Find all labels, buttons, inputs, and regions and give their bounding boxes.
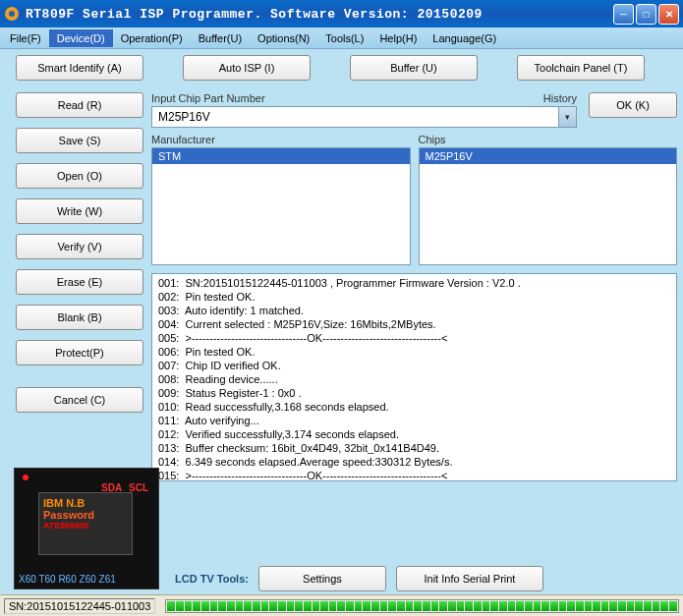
write-button[interactable]: Write (W) xyxy=(16,198,143,224)
progress-segment xyxy=(423,601,430,611)
protect-button[interactable]: Protect(P) xyxy=(16,340,143,365)
svg-point-1 xyxy=(9,11,15,17)
progress-segment xyxy=(337,601,345,611)
verify-button[interactable]: Verify (V) xyxy=(16,234,143,259)
cancel-button[interactable]: Cancel (C) xyxy=(16,387,143,413)
progress-segment xyxy=(295,601,303,611)
client-area: Smart Identify (A) Auto ISP (I) Buffer (… xyxy=(0,49,683,594)
menu-operation[interactable]: Operation(P) xyxy=(113,29,191,47)
progress-segment xyxy=(193,601,200,611)
chips-list[interactable]: M25P16V xyxy=(419,147,678,265)
window-title: RT809F Serial ISP Programmer. Software V… xyxy=(26,7,613,22)
chips-label: Chips xyxy=(419,134,678,145)
progress-segment xyxy=(439,601,447,611)
progress-segment xyxy=(227,601,235,611)
erase-button[interactable]: Erase (E) xyxy=(16,269,143,295)
progress-segment xyxy=(490,601,498,611)
toolchain-panel-button[interactable]: Toolchain Panel (T) xyxy=(517,55,645,81)
progress-segment xyxy=(320,601,328,611)
progress-segment xyxy=(567,601,575,611)
blank-button[interactable]: Blank (B) xyxy=(16,305,143,330)
ok-button[interactable]: OK (K) xyxy=(589,92,677,118)
progress-segment xyxy=(585,601,593,611)
menu-file[interactable]: File(F) xyxy=(2,29,49,47)
chip-part-combo[interactable]: ▾ xyxy=(151,106,577,128)
menu-options[interactable]: Options(N) xyxy=(250,29,317,47)
progress-segment xyxy=(244,601,252,611)
list-item[interactable]: STM xyxy=(152,148,410,164)
status-sn: SN:20151015122445-011003 xyxy=(4,598,155,614)
progress-segment xyxy=(278,601,286,611)
log-line: 005: >--------------------------------OK… xyxy=(158,331,670,345)
progress-segment xyxy=(593,601,600,611)
progress-segment xyxy=(644,601,652,611)
progress-segment xyxy=(669,601,677,611)
log-line: 004: Current selected : M25P16V,Size: 16… xyxy=(158,317,670,331)
progress-segment xyxy=(329,601,337,611)
progress-segment xyxy=(261,601,269,611)
auto-isp-button[interactable]: Auto ISP (I) xyxy=(183,55,311,81)
pin1-dot-icon xyxy=(23,475,28,480)
close-button[interactable]: ✕ xyxy=(658,4,679,25)
progress-segment xyxy=(635,601,643,611)
log-line: 002: Pin tested OK. xyxy=(158,290,670,304)
progress-segment xyxy=(516,601,524,611)
smart-identify-button[interactable]: Smart Identify (A) xyxy=(16,55,143,81)
progress-segment xyxy=(167,601,175,611)
log-line: 001: SN:20151015122445-011003 , Programm… xyxy=(158,276,670,290)
history-label: History xyxy=(543,92,577,104)
progress-segment xyxy=(618,601,626,611)
init-info-button[interactable]: Init Info Serial Print xyxy=(396,566,543,591)
title-bar: RT809F Serial ISP Programmer. Software V… xyxy=(0,0,683,28)
manufacturer-list[interactable]: STM xyxy=(151,147,411,265)
lcd-tools-label: LCD TV Tools: xyxy=(175,573,249,585)
progress-segment xyxy=(371,601,379,611)
log-output[interactable]: 001: SN:20151015122445-011003 , Programm… xyxy=(151,273,677,481)
log-line: 011: Auto verifying... xyxy=(158,414,670,427)
progress-segment xyxy=(355,601,363,611)
progress-segment xyxy=(508,601,516,611)
list-item[interactable]: M25P16V xyxy=(420,148,677,164)
chip-text-3: AT8356908 xyxy=(43,521,128,531)
minimize-button[interactable]: ─ xyxy=(613,4,634,25)
log-line: 010: Read successfully,3.168 seconds ela… xyxy=(158,400,670,414)
log-line: 015: >--------------------------------OK… xyxy=(158,469,670,481)
log-line: 003: Auto identify: 1 matched. xyxy=(158,304,670,317)
app-icon xyxy=(4,6,20,22)
side-button-column: Read (R) Save (S) Open (O) Write (W) Ver… xyxy=(6,92,143,481)
settings-button[interactable]: Settings xyxy=(258,566,386,591)
progress-segment xyxy=(185,601,193,611)
progress-bar xyxy=(165,599,679,613)
chip-part-input[interactable] xyxy=(152,107,558,127)
progress-segment xyxy=(499,601,507,611)
menu-device[interactable]: Device(D) xyxy=(49,29,113,47)
input-chip-label: Input Chip Part Number xyxy=(151,92,265,104)
chip-part-dropdown-icon[interactable]: ▾ xyxy=(558,107,576,127)
progress-segment xyxy=(534,601,541,611)
menu-help[interactable]: Help(H) xyxy=(371,29,425,47)
save-button[interactable]: Save (S) xyxy=(16,128,143,153)
maximize-button[interactable]: □ xyxy=(636,4,656,25)
log-line: 008: Reading device...... xyxy=(158,372,670,386)
manufacturer-label: Manufacturer xyxy=(151,134,411,145)
progress-segment xyxy=(397,601,405,611)
progress-segment xyxy=(346,601,354,611)
progress-segment xyxy=(414,601,422,611)
progress-segment xyxy=(525,601,533,611)
progress-segment xyxy=(253,601,260,611)
log-line: 007: Chip ID verified OK. xyxy=(158,359,670,372)
menu-language[interactable]: Language(G) xyxy=(425,29,504,47)
progress-segment xyxy=(210,601,218,611)
progress-segment xyxy=(550,601,558,611)
menu-tools[interactable]: Tools(L) xyxy=(317,29,371,47)
progress-segment xyxy=(313,601,320,611)
buffer-button[interactable]: Buffer (U) xyxy=(350,55,478,81)
status-bar: SN:20151015122445-011003 xyxy=(0,594,683,616)
read-button[interactable]: Read (R) xyxy=(16,92,143,118)
progress-segment xyxy=(236,601,244,611)
progress-segment xyxy=(176,601,184,611)
menu-buffer[interactable]: Buffer(U) xyxy=(191,29,250,47)
progress-segment xyxy=(388,601,396,611)
progress-segment xyxy=(465,601,473,611)
open-button[interactable]: Open (O) xyxy=(16,163,143,189)
